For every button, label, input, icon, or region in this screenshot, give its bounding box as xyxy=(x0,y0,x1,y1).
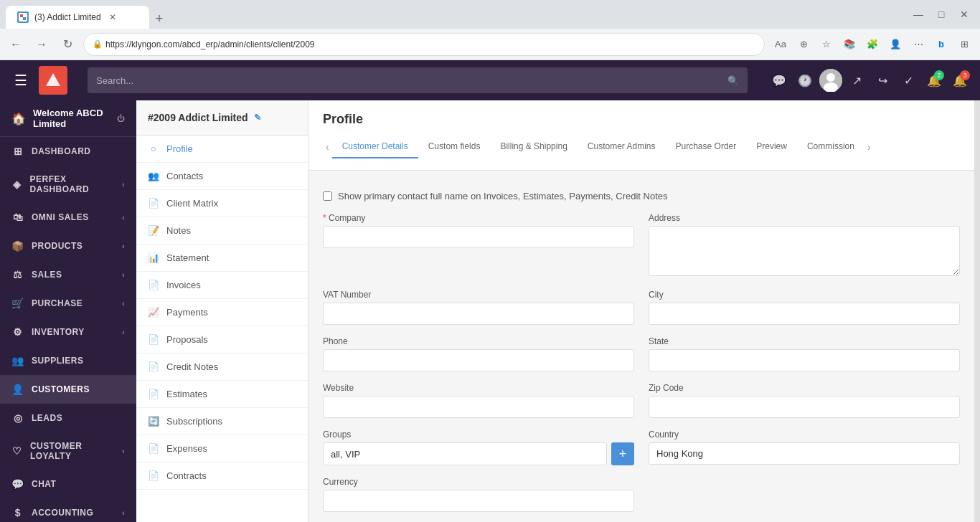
subnav-item-proposals[interactable]: 📄 Proposals xyxy=(136,326,308,353)
sidebar-item-accounting[interactable]: $ ACCOUNTING ‹ xyxy=(0,498,136,522)
tab-customer-details[interactable]: Customer Details xyxy=(332,136,418,158)
phone-input[interactable] xyxy=(323,349,634,371)
app-layout: 🏠 Welcome ABCD Limited ⏻ ⊞ DASHBOARD ◈ P… xyxy=(0,100,980,522)
sidebar-item-purchase[interactable]: 🛒 PURCHASE ‹ xyxy=(0,289,136,318)
add-group-button[interactable]: + xyxy=(611,442,634,465)
profile-icon: ○ xyxy=(148,143,159,154)
close-window-button[interactable]: ✕ xyxy=(954,4,974,24)
subnav-item-contracts[interactable]: 📄 Contracts xyxy=(136,462,308,490)
star-icon[interactable]: ☆ xyxy=(816,34,837,54)
sub-navigation: #2009 Addict Limited ✎ ○ Profile 👥 Conta… xyxy=(136,100,308,522)
forward-button[interactable]: → xyxy=(32,34,52,54)
tab-close-button[interactable]: ✕ xyxy=(107,11,118,23)
form-row-vat-city: VAT Number City xyxy=(323,290,960,325)
collection-icon[interactable]: 📚 xyxy=(839,34,859,54)
edge-sidebar-icon[interactable]: ⊞ xyxy=(954,34,974,54)
subnav-item-contacts[interactable]: 👥 Contacts xyxy=(136,163,308,190)
customers-icon: 👤 xyxy=(11,384,24,395)
address-input[interactable] xyxy=(649,226,960,276)
sidebar-item-inventory[interactable]: ⚙ INVENTORY ‹ xyxy=(0,318,136,346)
subnav-item-notes[interactable]: 📝 Notes xyxy=(136,217,308,245)
edit-icon[interactable]: ✎ xyxy=(254,113,261,123)
user-profile-icon[interactable]: 👤 xyxy=(885,34,905,54)
country-select[interactable]: Hong Kong xyxy=(649,442,960,465)
subnav-item-credit-notes[interactable]: 📄 Credit Notes xyxy=(136,353,308,381)
extensions-icon[interactable]: 🧩 xyxy=(862,34,882,54)
arrow-icon-8: ‹ xyxy=(122,509,125,517)
svg-rect-2 xyxy=(23,17,26,20)
refresh-button[interactable]: ↻ xyxy=(57,34,77,54)
sidebar-item-dashboard[interactable]: ⊞ DASHBOARD xyxy=(0,137,136,166)
address-bar[interactable]: 🔒 https://klyngon.com/abcd_erp/admin/cli… xyxy=(83,33,765,56)
website-label: Website xyxy=(323,383,634,393)
groups-select[interactable]: all, VIP xyxy=(323,442,607,465)
subnav-item-payments[interactable]: 📈 Payments xyxy=(136,299,308,326)
form-group-company: Company xyxy=(323,213,634,278)
tab-custom-fields[interactable]: Custom fields xyxy=(418,136,491,158)
minimize-button[interactable]: — xyxy=(908,4,928,24)
currency-input[interactable] xyxy=(323,490,634,512)
sidebar-item-customer-loyalty[interactable]: ♡ CUSTOMER LOYALTY ‹ xyxy=(0,432,136,470)
notifications-badge: 2 xyxy=(934,70,944,80)
active-tab[interactable]: (3) Addict Limited ✕ xyxy=(6,6,149,29)
tab-customer-admins[interactable]: Customer Admins xyxy=(578,136,666,158)
arrow-icon-3: ‹ xyxy=(122,242,125,250)
state-input[interactable] xyxy=(649,349,960,371)
tab-prev-arrow[interactable]: ‹ xyxy=(323,141,332,153)
notifications-icon[interactable]: 🔔 2 xyxy=(923,69,946,92)
sidebar-item-omni-sales[interactable]: 🛍 OMNI SALES ‹ xyxy=(0,203,136,232)
city-input[interactable] xyxy=(649,303,960,325)
website-input[interactable] xyxy=(323,396,634,418)
sidebar-item-customers[interactable]: 👤 CUSTOMERS xyxy=(0,375,136,404)
more-options-icon[interactable]: ⋯ xyxy=(908,34,928,54)
sidebar-label-loyalty: CUSTOMER LOYALTY xyxy=(30,441,115,461)
app-logo xyxy=(39,66,67,95)
subnav-item-invoices[interactable]: 📄 Invoices xyxy=(136,272,308,299)
back-button[interactable]: ← xyxy=(6,34,26,54)
vat-input[interactable] xyxy=(323,303,634,325)
subnav-item-client-matrix[interactable]: 📄 Client Matrix xyxy=(136,190,308,217)
history-icon[interactable]: 🕐 xyxy=(793,69,816,92)
sidebar-item-sales[interactable]: ⚖ SALES ‹ xyxy=(0,260,136,289)
menu-toggle-button[interactable]: ☰ xyxy=(9,66,33,95)
tab-next-arrow[interactable]: › xyxy=(864,141,874,153)
tab-purchase-order[interactable]: Purchase Order xyxy=(666,136,747,158)
form-group-state: State xyxy=(649,336,960,371)
sidebar-item-suppliers[interactable]: 👥 SUPPLIERS xyxy=(0,346,136,375)
sidebar-label-dashboard: DASHBOARD xyxy=(32,146,91,156)
form-group-country: Country Hong Kong xyxy=(649,430,960,465)
primary-contact-checkbox[interactable] xyxy=(323,191,332,201)
tab-preview[interactable]: Preview xyxy=(746,136,797,158)
company-input[interactable] xyxy=(323,226,634,248)
phone-label: Phone xyxy=(323,336,634,346)
search-icon[interactable]: 🔍 xyxy=(727,75,739,86)
read-mode-icon[interactable]: Aa xyxy=(771,34,791,54)
subnav-item-estimates[interactable]: 📄 Estimates xyxy=(136,381,308,408)
subnav-label-subscriptions: Subscriptions xyxy=(166,416,222,427)
search-bar[interactable]: Search... 🔍 xyxy=(88,67,748,93)
subnav-item-profile[interactable]: ○ Profile xyxy=(136,136,308,163)
alerts-icon[interactable]: 🔔 3 xyxy=(948,69,971,92)
sidebar-item-chat[interactable]: 💬 CHAT xyxy=(0,470,136,498)
power-icon[interactable]: ⏻ xyxy=(117,114,125,123)
sub-nav-header: #2009 Addict Limited ✎ xyxy=(136,100,308,136)
chat-icon[interactable]: 💬 xyxy=(768,69,791,92)
user-avatar[interactable] xyxy=(819,69,842,92)
tab-commission[interactable]: Commission xyxy=(797,136,864,158)
bing-icon[interactable]: b xyxy=(931,34,951,54)
tab-billing-shipping[interactable]: Billing & Shipping xyxy=(490,136,577,158)
sidebar-item-leads[interactable]: ◎ LEADS xyxy=(0,404,136,432)
maximize-button[interactable]: □ xyxy=(931,4,951,24)
sidebar-item-perfex-dashboard[interactable]: ◈ PERFEX DASHBOARD ‹ xyxy=(0,166,136,203)
subnav-item-subscriptions[interactable]: 🔄 Subscriptions xyxy=(136,408,308,435)
send-icon[interactable]: ↗ xyxy=(845,69,868,92)
tasks-icon[interactable]: ✓ xyxy=(897,69,920,92)
zip-input[interactable] xyxy=(649,396,960,418)
share-icon[interactable]: ↪ xyxy=(871,69,894,92)
new-tab-button[interactable]: + xyxy=(149,9,169,29)
zoom-icon[interactable]: ⊕ xyxy=(793,34,814,54)
sidebar-item-products[interactable]: 📦 PRODUCTS ‹ xyxy=(0,232,136,260)
subnav-item-expenses[interactable]: 📄 Expenses xyxy=(136,435,308,462)
subnav-item-statement[interactable]: 📊 Statement xyxy=(136,245,308,272)
svg-marker-3 xyxy=(46,73,60,86)
